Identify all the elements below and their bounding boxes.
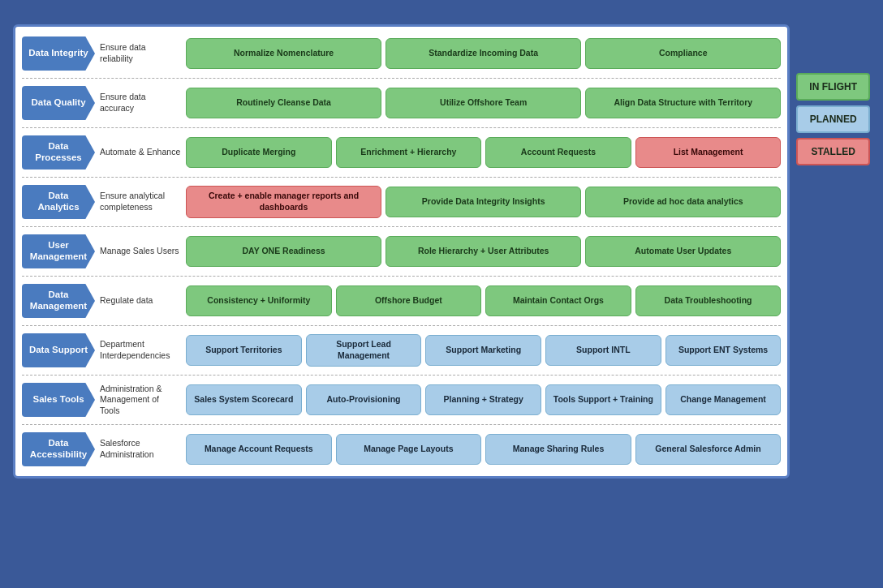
item-box[interactable]: Routinely Cleanse Data xyxy=(186,88,381,118)
category-label-sales-tools: Sales Tools xyxy=(22,383,95,417)
category-label-data-quality: Data Quality xyxy=(22,86,95,120)
main-table: Data IntegrityEnsure data reliabilityNor… xyxy=(13,24,790,479)
row-divider xyxy=(22,78,781,79)
sub-label-sales-tools: Administration & Management of Tools xyxy=(100,384,181,417)
item-box[interactable]: Role Hierarchy + User Attributes xyxy=(386,236,581,267)
item-box[interactable]: Change Management xyxy=(665,384,782,415)
category-label-data-management: Data Management xyxy=(22,284,95,318)
category-label-user-management: User Management xyxy=(22,234,95,268)
item-box[interactable]: Offshore Budget xyxy=(336,285,482,316)
item-box[interactable]: Compliance xyxy=(585,38,781,69)
items-group-data-processes: Duplicate MergingEnrichment + HierarchyA… xyxy=(186,137,781,168)
item-box[interactable]: Data Troubleshooting xyxy=(635,285,782,316)
row-divider xyxy=(22,375,781,376)
legend-item-planned: PLANNED xyxy=(796,105,870,133)
items-group-data-support: Support TerritoriesSupport Lead Manageme… xyxy=(186,334,781,366)
legend-item-stalled: STALLED xyxy=(796,138,870,165)
items-group-sales-tools: Sales System ScorecardAuto-ProvisioningP… xyxy=(186,384,781,415)
row-divider xyxy=(22,127,781,128)
item-box[interactable]: Align Data Structure with Territory xyxy=(585,88,781,118)
table-row-sales-tools: Sales ToolsAdministration & Management o… xyxy=(22,380,781,420)
sub-label-data-management: Regulate data xyxy=(100,295,181,307)
table-row-data-management: Data ManagementRegulate dataConsistency … xyxy=(22,281,781,321)
item-box[interactable]: Support ENT Systems xyxy=(665,335,782,366)
row-divider xyxy=(22,325,781,326)
item-box[interactable]: Automate User Updates xyxy=(585,236,781,267)
item-box[interactable]: General Salesforce Admin xyxy=(635,434,782,465)
legend-item-in-flight: IN FLIGHT xyxy=(796,73,870,101)
row-divider xyxy=(22,226,781,227)
sub-label-data-quality: Ensure data accuracy xyxy=(100,92,181,114)
items-group-data-analytics: Create + enable manager reports and dash… xyxy=(186,186,781,217)
row-divider xyxy=(22,276,781,277)
sub-label-data-processes: Automate & Enhance xyxy=(100,147,181,158)
category-label-data-accessibility: Data Accessibility xyxy=(22,432,95,466)
item-box[interactable]: Create + enable manager reports and dash… xyxy=(186,186,381,217)
item-box[interactable]: List Management xyxy=(635,137,782,168)
item-box[interactable]: DAY ONE Readiness xyxy=(186,236,381,267)
item-box[interactable]: Support Lead Management xyxy=(306,334,422,366)
table-row-data-quality: Data QualityEnsure data accuracyRoutinel… xyxy=(22,83,781,123)
category-label-data-support: Data Support xyxy=(22,333,95,367)
item-box[interactable]: Maintain Contact Orgs xyxy=(485,285,631,316)
item-box[interactable]: Support Territories xyxy=(186,335,302,366)
table-row-data-integrity: Data IntegrityEnsure data reliabilityNor… xyxy=(22,33,781,74)
item-box[interactable]: Support INTL xyxy=(545,335,661,366)
items-group-data-management: Consistency + UniformityOffshore BudgetM… xyxy=(186,285,781,316)
item-box[interactable]: Auto-Provisioning xyxy=(306,384,422,415)
table-row-user-management: User ManagementManage Sales UsersDAY ONE… xyxy=(22,231,781,272)
row-divider xyxy=(22,177,781,178)
item-box[interactable]: Enrichment + Hierarchy xyxy=(336,137,482,168)
item-box[interactable]: Manage Account Requests xyxy=(186,434,332,465)
main-layout: Data IntegrityEnsure data reliabilityNor… xyxy=(13,24,870,479)
table-row-data-processes: Data ProcessesAutomate & EnhanceDuplicat… xyxy=(22,132,781,173)
sub-label-data-support: Department Interdependencies xyxy=(100,339,181,361)
page-wrapper: Data IntegrityEnsure data reliabilityNor… xyxy=(0,0,883,479)
item-box[interactable]: Duplicate Merging xyxy=(186,137,332,168)
table-row-data-analytics: Data AnalyticsEnsure analytical complete… xyxy=(22,182,781,222)
item-box[interactable]: Planning + Strategy xyxy=(425,384,541,415)
item-box[interactable]: Manage Sharing Rules xyxy=(485,434,631,465)
item-box[interactable]: Tools Support + Training xyxy=(545,384,661,415)
items-group-user-management: DAY ONE ReadinessRole Hierarchy + User A… xyxy=(186,236,781,267)
item-box[interactable]: Support Marketing xyxy=(425,335,541,366)
category-label-data-processes: Data Processes xyxy=(22,135,95,170)
category-label-data-analytics: Data Analytics xyxy=(22,185,95,219)
row-divider xyxy=(22,424,781,425)
items-group-data-accessibility: Manage Account RequestsManage Page Layou… xyxy=(186,434,781,465)
category-label-data-integrity: Data Integrity xyxy=(22,36,95,71)
sub-label-data-analytics: Ensure analytical completeness xyxy=(100,191,181,212)
items-group-data-integrity: Normalize NomenclatureStandardize Incomi… xyxy=(186,38,781,69)
item-box[interactable]: Standardize Incoming Data xyxy=(386,38,581,69)
item-box[interactable]: Account Requests xyxy=(485,137,631,168)
sub-label-data-integrity: Ensure data reliability xyxy=(100,42,181,64)
item-box[interactable]: Provide Data Integrity Insights xyxy=(386,187,581,217)
sub-label-data-accessibility: Salesforce Administration xyxy=(100,438,181,460)
sub-label-user-management: Manage Sales Users xyxy=(100,246,181,257)
item-box[interactable]: Utilize Offshore Team xyxy=(386,88,581,118)
item-box[interactable]: Consistency + Uniformity xyxy=(186,285,332,316)
item-box[interactable]: Normalize Nomenclature xyxy=(186,38,381,69)
item-box[interactable]: Manage Page Layouts xyxy=(336,434,482,465)
item-box[interactable]: Sales System Scorecard xyxy=(186,384,302,415)
table-row-data-accessibility: Data AccessibilitySalesforce Administrat… xyxy=(22,429,781,470)
legend: IN FLIGHTPLANNEDSTALLED xyxy=(796,24,870,165)
table-row-data-support: Data SupportDepartment Interdependencies… xyxy=(22,330,781,371)
items-group-data-quality: Routinely Cleanse DataUtilize Offshore T… xyxy=(186,88,781,118)
item-box[interactable]: Provide ad hoc data analytics xyxy=(585,187,781,217)
